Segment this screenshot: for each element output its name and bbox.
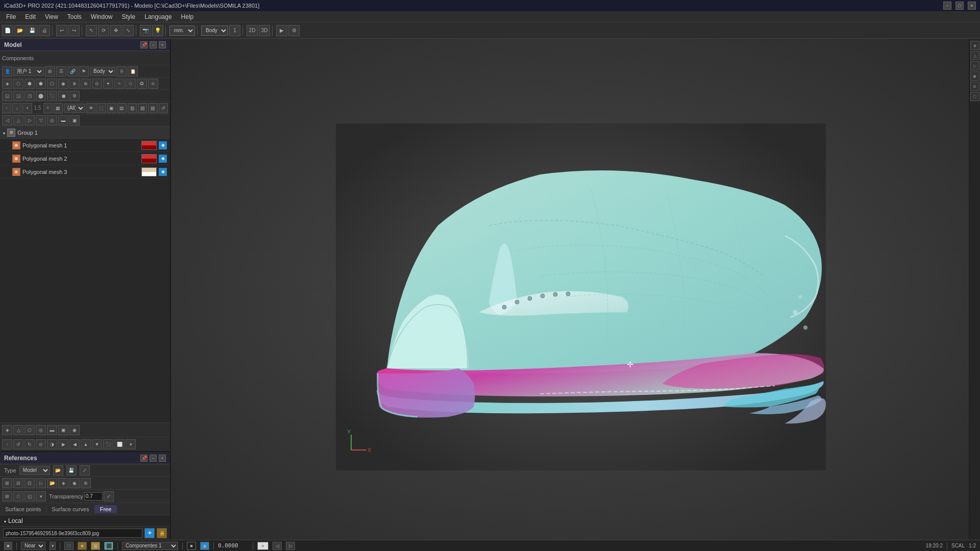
ref-trans-3[interactable]: ◱: [24, 491, 35, 502]
sel-btn-1[interactable]: ◁: [2, 115, 12, 126]
ref-pin-button[interactable]: 📌: [140, 455, 148, 462]
cbt-3[interactable]: ⬡: [24, 425, 35, 435]
cb2-7[interactable]: ◀: [69, 439, 80, 449]
menu-style[interactable]: Style: [118, 12, 140, 21]
cbt-1[interactable]: ◈: [2, 425, 12, 435]
light-button[interactable]: 💡: [152, 25, 163, 36]
model-panel-controls[interactable]: 📌 − ×: [140, 41, 166, 48]
view-2d[interactable]: 2D: [247, 25, 258, 36]
filter-icon-4[interactable]: ▤: [117, 103, 127, 113]
move-button[interactable]: ✥: [110, 25, 121, 36]
comp-btn-user-icon[interactable]: 👤: [2, 66, 12, 77]
comp-extra-4[interactable]: ⬤: [36, 91, 46, 101]
window-controls[interactable]: − □ ×: [943, 2, 976, 10]
open-button[interactable]: 📂: [14, 25, 26, 36]
mesh2-color[interactable]: [141, 154, 157, 163]
sel-btn-7[interactable]: ▣: [69, 115, 80, 126]
sel-btn-3[interactable]: ▷: [24, 115, 35, 126]
comp-tool-14[interactable]: ✫: [148, 79, 158, 89]
close-button[interactable]: ×: [968, 2, 976, 10]
cb2-10[interactable]: ⬛: [103, 439, 113, 449]
comp-extra-5[interactable]: ⬛: [47, 91, 57, 101]
comp-btn-list[interactable]: ☰: [56, 66, 66, 77]
comp-tool-12[interactable]: ✩: [126, 79, 136, 89]
component-dropdown[interactable]: Componentes 1: [122, 542, 178, 550]
type-dropdown[interactable]: Model: [19, 466, 50, 475]
comp-tool-5[interactable]: ⬠: [47, 79, 57, 89]
transparency-input[interactable]: [84, 492, 103, 500]
cb2-2[interactable]: ↺: [13, 439, 23, 449]
tab-surface-curves[interactable]: Surface curves: [46, 505, 94, 513]
render-button[interactable]: ▶: [276, 25, 287, 36]
tree-group-1[interactable]: ⊞ Group 1: [0, 127, 170, 139]
ref-trans-2[interactable]: □: [13, 491, 23, 502]
filter-add-button[interactable]: +: [22, 103, 32, 113]
comp-tool-8[interactable]: ⊗: [81, 79, 91, 89]
menu-help[interactable]: Help: [177, 12, 198, 21]
cb2-3[interactable]: ↻: [24, 439, 35, 449]
mesh1-eye-button[interactable]: ◉: [159, 141, 167, 149]
maximize-button[interactable]: □: [955, 2, 964, 10]
sel-btn-6[interactable]: ▬: [58, 115, 68, 126]
cb2-8[interactable]: ▲: [81, 439, 91, 449]
tree-item-mesh3[interactable]: ▣ Polygonal mesh 3 ◉: [0, 165, 170, 179]
tab-surface-points[interactable]: Surface points: [0, 505, 46, 513]
rs-btn-2[interactable]: △: [970, 51, 979, 60]
tree-item-mesh1[interactable]: ▣ Polygonal mesh 1 ◉: [0, 139, 170, 152]
view-mode-dropdown[interactable]: Near: [21, 542, 45, 550]
cbt-7[interactable]: ◉: [69, 425, 80, 435]
status-view-btn-2[interactable]: ■: [78, 542, 87, 550]
minimize-button[interactable]: −: [943, 2, 951, 10]
ref-min-button[interactable]: −: [150, 455, 157, 462]
comp-tool-10[interactable]: ✦: [103, 79, 113, 89]
status-view-btn-1[interactable]: □: [64, 542, 74, 550]
cb2-5[interactable]: ◑: [47, 439, 57, 449]
comp-extra-2[interactable]: ◲: [13, 91, 23, 101]
rotate-button[interactable]: ⟳: [98, 25, 109, 36]
filter-icon-6[interactable]: ▧: [138, 103, 147, 113]
filter-dropdown[interactable]: (All): [64, 104, 85, 113]
redo-button[interactable]: ↪: [68, 25, 80, 36]
undo-button[interactable]: ↩: [56, 25, 67, 36]
comp-tool-9[interactable]: ⊙: [92, 79, 102, 89]
ref-tb-5[interactable]: 📂: [47, 478, 57, 488]
view-3d[interactable]: 3D: [259, 25, 270, 36]
sel-btn-2[interactable]: △: [13, 115, 23, 126]
user-dropdown[interactable]: 用户 1: [13, 67, 44, 76]
cbt-6[interactable]: ▣: [58, 425, 68, 435]
comp-extra-1[interactable]: ◱: [2, 91, 12, 101]
filter-icon-7[interactable]: ▨: [148, 103, 157, 113]
status-btn-extra-2[interactable]: ▷: [286, 542, 295, 550]
menu-tools[interactable]: Tools: [63, 12, 86, 21]
comp-tool-7[interactable]: ⊕: [69, 79, 80, 89]
rs-btn-1[interactable]: ◈: [970, 41, 979, 50]
status-color-swatch[interactable]: ■: [257, 542, 268, 550]
body-dropdown-panel[interactable]: Body: [90, 67, 115, 76]
rs-btn-6[interactable]: ⬡: [970, 92, 979, 101]
menu-file[interactable]: File: [2, 12, 20, 21]
comp-btn-copy[interactable]: ⎘: [116, 66, 127, 77]
ref-file-lock[interactable]: 🔒: [157, 528, 167, 538]
filter-num-button[interactable]: ⌗: [43, 103, 53, 113]
comp-tool-11[interactable]: ✧: [114, 79, 125, 89]
comp-tool-2[interactable]: ⬡: [13, 79, 23, 89]
cb2-more[interactable]: ▾: [126, 439, 136, 449]
save-button[interactable]: 💾: [27, 25, 38, 36]
comp-tool-1[interactable]: ◈: [2, 79, 12, 89]
status-icon-1[interactable]: ■: [4, 542, 12, 550]
filter-icon-3[interactable]: ▣: [107, 103, 116, 113]
status-color-box[interactable]: ■: [187, 542, 196, 550]
mesh2-eye-button[interactable]: ◉: [159, 155, 167, 163]
cbt-2[interactable]: △: [13, 425, 23, 435]
settings-button[interactable]: ⚙: [288, 25, 300, 36]
sel-btn-4[interactable]: ▽: [36, 115, 46, 126]
menu-view[interactable]: View: [41, 12, 62, 21]
tree-item-mesh2[interactable]: ▣ Polygonal mesh 2 ◉: [0, 152, 170, 165]
ref-tb-1[interactable]: ⊞: [2, 478, 12, 488]
ref-expand-button[interactable]: ⤢: [80, 465, 90, 475]
comp-tool-13[interactable]: ✪: [137, 79, 147, 89]
ref-tb-4[interactable]: ▷: [36, 478, 46, 488]
new-button[interactable]: 📄: [2, 25, 13, 36]
cbt-4[interactable]: ◎: [36, 425, 46, 435]
cb2-9[interactable]: ▼: [92, 439, 102, 449]
